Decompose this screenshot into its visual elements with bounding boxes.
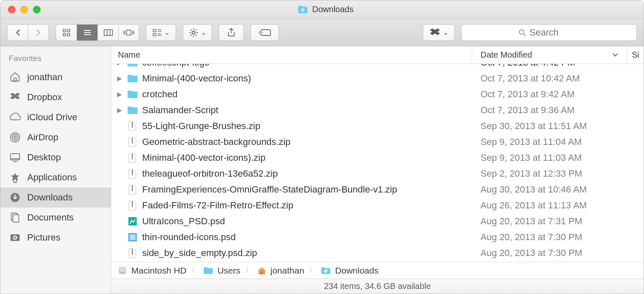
coverflow-icon: [123, 29, 134, 36]
dropbox-icon: [9, 91, 21, 103]
svg-point-47: [14, 237, 16, 239]
column-size[interactable]: Si: [627, 46, 644, 63]
dropbox-button[interactable]: [423, 24, 455, 41]
file-row[interactable]: Minimal-(400-vector-icons).zipSep 9, 201…: [111, 150, 644, 166]
disclosure-triangle[interactable]: ▶: [117, 64, 123, 66]
share-button[interactable]: [219, 24, 244, 41]
svg-rect-44: [13, 215, 19, 222]
sidebar-item-documents[interactable]: Documents: [0, 208, 111, 228]
coverflow-view-button[interactable]: [118, 24, 139, 41]
file-name: Minimal-(400-vector-icons): [142, 73, 251, 84]
svg-rect-51: [132, 170, 133, 175]
sidebar-item-airdrop[interactable]: AirDrop: [0, 127, 111, 147]
breadcrumb-item[interactable]: Downloads: [321, 266, 378, 276]
home-color-icon: [257, 266, 266, 275]
file-row[interactable]: side_by_side_empty.psd.zipAug 20, 2013 a…: [111, 245, 644, 261]
sidebar-item-icloud-drive[interactable]: iCloud Drive: [0, 107, 111, 127]
pictures-icon: [9, 232, 21, 243]
sidebar-item-pictures[interactable]: Pictures: [0, 228, 111, 248]
forward-button[interactable]: [28, 24, 49, 41]
file-row[interactable]: theleagueof-orbitron-13e6a52.zipSep 2, 2…: [111, 166, 644, 182]
file-list[interactable]: ▶coffeescript-logoOct 7, 2013 at 4:42 PM…: [111, 64, 644, 262]
column-date[interactable]: Date Modified: [472, 46, 627, 63]
tags-button[interactable]: [250, 24, 279, 41]
file-row[interactable]: FramingExperiences-OmniGraffle-StateDiag…: [111, 182, 644, 198]
disclosure-triangle[interactable]: ▶: [117, 75, 123, 82]
file-name: coffeescript-logo: [142, 64, 210, 68]
sidebar-item-label: AirDrop: [27, 132, 59, 143]
file-name: Minimal-(400-vector-icons).zip: [142, 152, 266, 163]
sidebar-item-label: Documents: [27, 212, 74, 223]
path-bar: Macintosh HD〉Users〉jonathan〉Downloads: [111, 262, 644, 279]
zip-icon: [127, 152, 138, 163]
file-date: Sep 9, 2013 at 11:03 AM: [472, 152, 627, 163]
folder-icon: [127, 105, 138, 116]
icon-view-button[interactable]: [56, 24, 77, 41]
psd-green-icon: [127, 216, 138, 227]
file-row[interactable]: ▶Minimal-(400-vector-icons)Oct 7, 2013 a…: [111, 71, 644, 86]
sidebar-item-jonathan[interactable]: jonathan: [0, 67, 111, 87]
svg-rect-1: [63, 29, 66, 32]
sidebar-item-downloads[interactable]: Downloads: [0, 188, 111, 208]
action-button[interactable]: [183, 24, 212, 41]
view-mode-segment: [56, 24, 139, 41]
cloud-icon: [9, 112, 21, 123]
window-title: Downloads: [41, 4, 610, 15]
file-name: thin-rounded-icons.psd: [142, 232, 236, 243]
file-date: Aug 20, 2013 at 7:30 PM: [472, 248, 627, 259]
sidebar-item-desktop[interactable]: Desktop: [0, 147, 111, 167]
svg-rect-3: [63, 33, 66, 36]
file-row[interactable]: 55-Light-Grunge-Brushes.zipSep 30, 2013 …: [111, 118, 644, 134]
toolbar: [0, 19, 644, 46]
titlebar[interactable]: Downloads: [0, 0, 644, 19]
sidebar-item-applications[interactable]: Applications: [0, 167, 111, 188]
sidebar-item-dropbox[interactable]: Dropbox: [0, 87, 111, 107]
sidebar-item-label: Pictures: [27, 232, 60, 243]
tag-icon: [258, 29, 271, 36]
svg-rect-53: [132, 201, 133, 207]
zoom-window-button[interactable]: [33, 6, 41, 13]
file-row[interactable]: Geometric-abstract-backgrounds.zipSep 9,…: [111, 134, 644, 150]
sidebar-item-label: Downloads: [27, 192, 73, 203]
close-window-button[interactable]: [8, 6, 15, 13]
file-row[interactable]: ▶crotchedOct 7, 2013 at 9:42 AM: [111, 86, 644, 102]
sidebar-heading: Favorites: [0, 52, 111, 67]
svg-rect-59: [120, 272, 125, 273]
chevron-down-icon: [612, 53, 618, 57]
file-date: Aug 20, 2013 at 7:30 PM: [472, 232, 627, 243]
list-view-button[interactable]: [77, 24, 97, 41]
file-date: Sep 30, 2013 at 11:51 AM: [472, 121, 627, 132]
breadcrumb-item[interactable]: jonathan: [257, 266, 304, 276]
file-row[interactable]: ▶Salamander-ScriptOct 7, 2013 at 9:36 AM: [111, 102, 644, 118]
search-input[interactable]: [529, 27, 580, 38]
minimize-window-button[interactable]: [20, 6, 28, 13]
folder-icon: [297, 4, 308, 15]
folder-icon: [127, 64, 138, 68]
file-row[interactable]: ▶coffeescript-logoOct 7, 2013 at 4:42 PM: [111, 64, 644, 71]
disclosure-triangle[interactable]: ▶: [117, 106, 123, 114]
chevron-left-icon: [15, 29, 21, 36]
column-name[interactable]: Name: [111, 46, 472, 63]
airdrop-icon: [9, 132, 21, 143]
file-name: FramingExperiences-OmniGraffle-StateDiag…: [142, 184, 397, 195]
back-button[interactable]: [7, 24, 28, 41]
zip-icon: [127, 168, 138, 179]
file-row[interactable]: Faded-Films-72-Film-Retro-Effect.zipAug …: [111, 198, 644, 213]
disclosure-triangle[interactable]: ▶: [117, 91, 123, 98]
breadcrumb-item[interactable]: Users: [203, 266, 240, 276]
file-name: crotched: [142, 89, 177, 100]
breadcrumb-label: Users: [217, 266, 240, 276]
file-date: Aug 26, 2013 at 11:13 AM: [472, 200, 627, 211]
svg-point-36: [12, 134, 18, 140]
file-row[interactable]: thin-rounded-icons.psdAug 20, 2013 at 7:…: [111, 229, 644, 245]
column-view-button[interactable]: [97, 24, 118, 41]
column-header: Name Date Modified Si: [111, 46, 644, 64]
file-row[interactable]: UltraIcons_PSD.psdAug 20, 2013 at 7:31 P…: [111, 213, 644, 229]
apps-icon: [9, 172, 21, 183]
search-field[interactable]: [461, 24, 637, 41]
share-icon: [227, 28, 235, 37]
folder-dl-icon: [321, 267, 331, 274]
home-icon: [9, 71, 21, 83]
arrange-button[interactable]: [146, 24, 176, 41]
breadcrumb-item[interactable]: Macintosh HD: [118, 266, 187, 276]
